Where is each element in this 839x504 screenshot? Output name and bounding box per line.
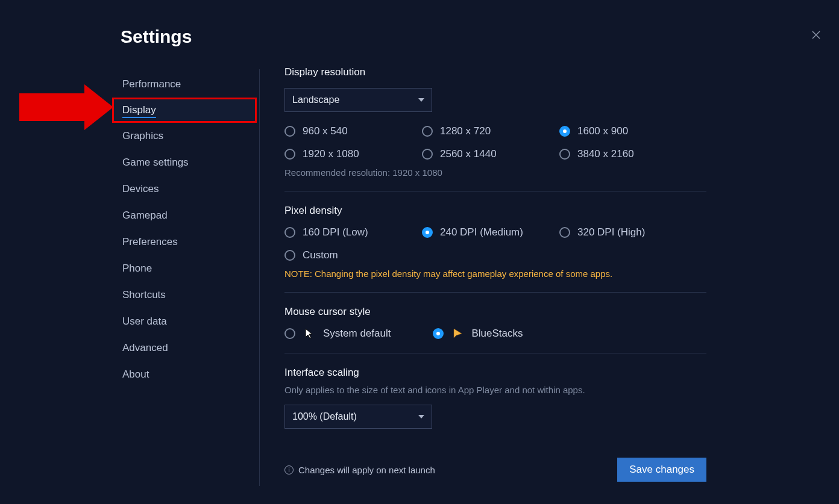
density-radio-group: 160 DPI (Low) 240 DPI (Medium) 320 DPI (… [284,226,706,261]
cursor-radio-group: System default BlueStacks [284,328,706,340]
radio-icon [559,227,570,238]
close-button[interactable] [808,26,825,43]
section-divider [284,292,706,293]
sidebar-item-performance[interactable]: Performance [112,71,257,98]
radio-label: 960 x 540 [303,125,348,137]
radio-label: 160 DPI (Low) [303,226,368,238]
density-option-custom[interactable]: Custom [284,249,422,261]
radio-icon [284,227,295,238]
vertical-divider [259,69,260,486]
section-title-resolution: Display resolution [284,66,706,78]
resolution-option-3840x2160[interactable]: 3840 x 2160 [559,148,697,160]
resolution-option-1280x720[interactable]: 1280 x 720 [422,125,559,137]
sidebar-item-label: Advanced [122,342,168,353]
sidebar-item-devices[interactable]: Devices [112,176,257,202]
sidebar-item-label: Gamepad [122,210,168,221]
radio-icon [559,126,570,137]
recommended-resolution-text: Recommended resolution: 1920 x 1080 [284,167,706,178]
radio-label: 240 DPI (Medium) [440,226,523,238]
section-title-density: Pixel density [284,205,706,217]
radio-label: 1920 x 1080 [303,148,359,160]
radio-icon [422,227,433,238]
resolution-option-1600x900[interactable]: 1600 x 900 [559,125,697,137]
sidebar-item-label: Performance [122,78,181,90]
radio-label: 3840 x 2160 [577,148,634,160]
radio-icon [284,250,295,261]
sidebar-item-display[interactable]: Display [112,98,257,123]
sidebar-item-preferences[interactable]: Preferences [112,229,257,255]
sidebar-item-graphics[interactable]: Graphics [112,123,257,149]
info-icon: i [284,465,294,474]
section-title-cursor: Mouse cursor style [284,306,706,318]
cursor-option-bluestacks[interactable]: BlueStacks [433,328,523,340]
section-divider [284,353,706,353]
resolution-option-1920x1080[interactable]: 1920 x 1080 [284,148,422,160]
sidebar-item-label: Shortcuts [122,289,166,300]
scaling-hint-text: Only applies to the size of text and ico… [284,385,706,395]
radio-icon [433,328,444,339]
radio-icon [559,149,570,160]
radio-label: System default [323,328,391,340]
bluestacks-cursor-icon [452,328,463,339]
chevron-down-icon [418,98,424,102]
density-warning-text: NOTE: Changing the pixel density may aff… [284,269,706,279]
settings-sidebar: Performance Display Graphics Game settin… [112,71,257,388]
radio-label: BlueStacks [471,328,523,340]
sidebar-item-gamepad[interactable]: Gamepad [112,202,257,229]
settings-content: Display resolution Landscape 960 x 540 1… [284,66,706,482]
sidebar-item-advanced[interactable]: Advanced [112,335,257,361]
sidebar-item-label: User data [122,316,167,327]
sidebar-item-user-data[interactable]: User data [112,308,257,335]
save-changes-button[interactable]: Save changes [617,458,706,482]
sidebar-item-label: Graphics [122,130,163,142]
radio-icon [284,149,295,160]
orientation-select[interactable]: Landscape [284,88,432,112]
radio-icon [284,126,295,137]
radio-icon [422,149,433,160]
sidebar-item-label: Display [122,104,156,118]
chevron-down-icon [418,415,424,418]
orientation-value: Landscape [292,95,339,105]
settings-window: Settings Performance Display Graphics Ga… [0,0,839,504]
density-option-320[interactable]: 320 DPI (High) [559,226,697,238]
radio-label: Custom [303,249,338,261]
sidebar-item-label: Game settings [122,157,189,168]
scaling-select[interactable]: 100% (Default) [284,405,432,429]
system-cursor-icon [304,328,315,339]
page-title: Settings [121,26,192,47]
sidebar-item-label: Devices [122,183,159,194]
sidebar-item-label: About [122,369,149,380]
launch-note-text: Changes will apply on next launch [298,465,435,475]
section-divider [284,191,706,191]
sidebar-item-label: Preferences [122,236,178,247]
radio-label: 2560 x 1440 [440,148,497,160]
radio-label: 320 DPI (High) [577,226,645,238]
sidebar-item-shortcuts[interactable]: Shortcuts [112,282,257,308]
sidebar-item-about[interactable]: About [112,361,257,388]
resolution-option-960x540[interactable]: 960 x 540 [284,125,422,137]
resolution-option-2560x1440[interactable]: 2560 x 1440 [422,148,559,160]
radio-label: 1600 x 900 [577,125,628,137]
scaling-value: 100% (Default) [292,411,357,422]
density-option-160[interactable]: 160 DPI (Low) [284,226,422,238]
cursor-option-system[interactable]: System default [284,328,391,340]
radio-label: 1280 x 720 [440,125,491,137]
section-title-scaling: Interface scaling [284,367,706,379]
radio-icon [422,126,433,137]
sidebar-item-game-settings[interactable]: Game settings [112,149,257,176]
resolution-radio-group: 960 x 540 1280 x 720 1600 x 900 1920 x 1… [284,125,706,160]
settings-footer: i Changes will apply on next launch Save… [284,458,706,482]
sidebar-item-label: Phone [122,263,152,274]
annotation-arrow [19,84,113,130]
launch-note: i Changes will apply on next launch [284,465,435,475]
sidebar-item-phone[interactable]: Phone [112,255,257,282]
radio-icon [284,328,295,339]
density-option-240[interactable]: 240 DPI (Medium) [422,226,559,238]
